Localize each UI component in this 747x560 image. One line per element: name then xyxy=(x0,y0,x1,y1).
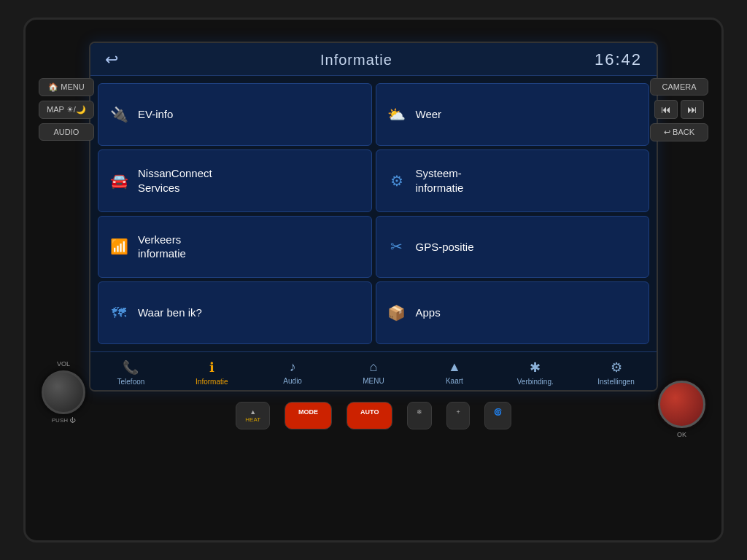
bottom-physical-controls: ▲HEAT MODE AUTO ❄ + 🌀 xyxy=(89,402,658,429)
left-control-panel: 🏠 MENU MAP ☀/🌙 AUDIO xyxy=(39,78,94,141)
informatie-label: Informatie xyxy=(196,378,228,386)
telefoon-label: Telefoon xyxy=(117,378,145,386)
nissanconnect-icon: 🚘 xyxy=(109,172,129,190)
verkeers-icon: 📶 xyxy=(109,238,129,255)
push-label: PUSH ⏻ xyxy=(52,417,75,424)
apps-icon: 📦 xyxy=(387,304,407,322)
volume-control: VOL PUSH ⏻ xyxy=(42,360,85,424)
mode-physical-button[interactable]: MODE xyxy=(285,402,332,429)
back-arrow-button[interactable]: ↩ xyxy=(105,50,118,69)
auto-physical-button[interactable]: AUTO xyxy=(347,402,392,429)
weer-label: Weer xyxy=(416,107,442,122)
nav-menu[interactable]: ⌂ MENU xyxy=(333,357,414,389)
apps-label: Apps xyxy=(416,306,441,320)
gps-positie-button[interactable]: ✂ GPS-positie xyxy=(376,216,650,279)
ev-info-icon: 🔌 xyxy=(109,106,129,123)
instellingen-icon: ⚙ xyxy=(611,359,622,376)
prev-track-button[interactable]: ⏮ xyxy=(654,100,678,119)
verbinding-label: Verbinding. xyxy=(517,378,554,386)
menu-nav-label: MENU xyxy=(363,377,384,385)
ev-info-button[interactable]: 🔌 EV-info xyxy=(98,83,372,146)
fan-icon-button[interactable]: 🌀 xyxy=(484,402,511,429)
screen-header: ↩ Informatie 16:42 xyxy=(90,43,657,76)
verkeers-informatie-button[interactable]: 📶 Verkeersinformatie xyxy=(98,216,372,279)
gps-icon: ✂ xyxy=(387,238,407,255)
menu-grid: 🔌 EV-info ⛅ Weer 🚘 NissanConnectServices… xyxy=(90,76,657,351)
heat-physical-button[interactable]: ▲HEAT xyxy=(236,402,270,429)
gps-label: GPS-positie xyxy=(416,240,474,254)
nav-instellingen[interactable]: ⚙ Instellingen xyxy=(576,357,657,389)
back-button[interactable]: ↩ BACK xyxy=(650,123,708,141)
kaart-label: Kaart xyxy=(446,377,463,385)
defrost-physical-button[interactable]: ❄ xyxy=(407,402,432,429)
camera-button[interactable]: CAMERA xyxy=(650,78,708,96)
map-button[interactable]: MAP ☀/🌙 xyxy=(39,101,94,119)
instellingen-label: Instellingen xyxy=(597,378,635,386)
weer-icon: ⛅ xyxy=(387,106,407,123)
verkeers-label: Verkeersinformatie xyxy=(138,233,186,261)
fan-plus-button[interactable]: + xyxy=(446,402,469,429)
ok-label: OK xyxy=(677,431,686,438)
nav-kaart[interactable]: ▲ Kaart xyxy=(414,357,495,389)
nav-verbinding[interactable]: ✱ Verbinding. xyxy=(495,357,576,389)
systeem-icon: ⚙ xyxy=(387,172,407,190)
next-track-button[interactable]: ⏭ xyxy=(681,100,704,119)
waar-ben-ik-button[interactable]: 🗺 Waar ben ik? xyxy=(98,281,372,344)
systeem-informatie-button[interactable]: ⚙ Systeem-informatie xyxy=(376,149,650,212)
weer-button[interactable]: ⛅ Weer xyxy=(376,83,650,146)
waar-icon: 🗺 xyxy=(109,305,129,322)
ev-info-label: EV-info xyxy=(138,107,173,122)
main-screen: ↩ Informatie 16:42 🔌 EV-info ⛅ Weer 🚘 Ni… xyxy=(89,42,658,392)
waar-label: Waar ben ik? xyxy=(138,306,202,320)
apps-button[interactable]: 📦 Apps xyxy=(376,281,650,344)
nav-telefoon[interactable]: 📞 Telefoon xyxy=(90,357,171,389)
car-infotainment-unit: 🏠 MENU MAP ☀/🌙 AUDIO VOL PUSH ⏻ CAMERA ⏮… xyxy=(23,18,724,542)
ok-control: OK xyxy=(658,381,705,438)
clock-display: 16:42 xyxy=(595,50,642,69)
nissanconnect-label: NissanConnectServices xyxy=(138,166,212,195)
audio-label: Audio xyxy=(283,377,302,385)
nav-audio[interactable]: ♪ Audio xyxy=(252,357,333,389)
telefoon-icon: 📞 xyxy=(123,359,139,376)
ok-knob[interactable] xyxy=(658,381,705,428)
audio-icon: ♪ xyxy=(290,359,296,375)
verbinding-icon: ✱ xyxy=(530,359,541,376)
systeem-label: Systeem-informatie xyxy=(416,166,464,195)
menu-button[interactable]: 🏠 MENU xyxy=(39,78,94,96)
vol-label: VOL xyxy=(57,360,70,368)
screen-title: Informatie xyxy=(320,52,392,69)
audio-button[interactable]: AUDIO xyxy=(39,123,94,141)
bottom-navigation: 📞 Telefoon ℹ Informatie ♪ Audio ⌂ MENU ▲… xyxy=(90,351,657,390)
media-buttons: ⏮ ⏭ xyxy=(654,100,704,119)
volume-knob[interactable] xyxy=(42,370,85,414)
informatie-icon: ℹ xyxy=(209,359,214,376)
menu-nav-icon: ⌂ xyxy=(370,359,378,375)
nissanconnect-button[interactable]: 🚘 NissanConnectServices xyxy=(98,149,372,212)
kaart-icon: ▲ xyxy=(448,359,461,375)
right-control-panel: CAMERA ⏮ ⏭ ↩ BACK xyxy=(650,78,708,141)
nav-informatie[interactable]: ℹ Informatie xyxy=(171,357,252,389)
